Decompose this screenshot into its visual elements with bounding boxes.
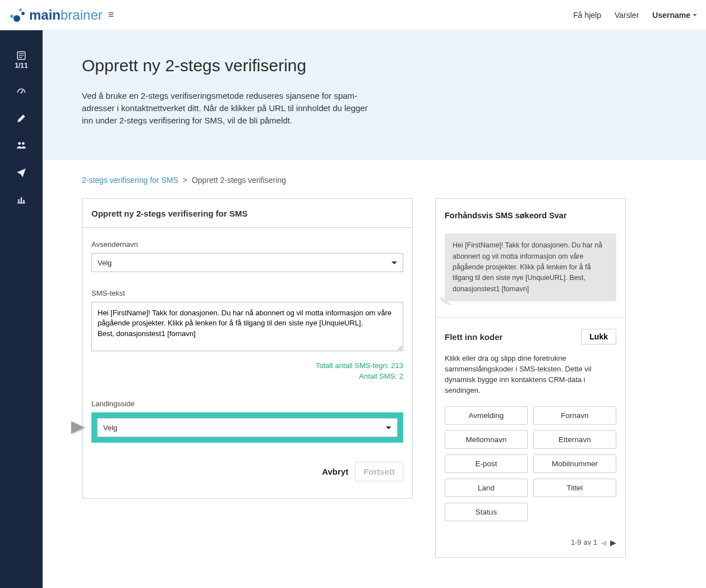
merge-code-status[interactable]: Status bbox=[445, 503, 528, 521]
username-label: Username bbox=[652, 11, 690, 20]
landing-select-value: Velg bbox=[103, 424, 117, 432]
merge-codes-title: Flett inn koder bbox=[445, 332, 502, 342]
svg-point-7 bbox=[22, 142, 25, 145]
users-icon bbox=[16, 140, 26, 150]
pencil-icon bbox=[16, 113, 26, 123]
hero: Opprett ny 2-stegs verifisering Ved å br… bbox=[43, 30, 706, 160]
svg-point-6 bbox=[18, 142, 21, 145]
pager-label: 1-9 av 1 bbox=[571, 538, 597, 546]
sidebar-send[interactable] bbox=[16, 167, 26, 177]
document-icon bbox=[16, 50, 26, 61]
landing-select[interactable]: Velg bbox=[97, 418, 398, 437]
sms-count: Antall SMS: 2 bbox=[91, 372, 403, 380]
gauge-icon bbox=[16, 86, 26, 97]
sidebar: 1/11 bbox=[0, 30, 43, 588]
continue-button[interactable]: Fortsett bbox=[355, 462, 403, 481]
svg-rect-11 bbox=[23, 200, 24, 203]
merge-code-mobilnummer[interactable]: Mobilnummer bbox=[533, 454, 616, 473]
landing-highlight: Velg bbox=[91, 412, 403, 443]
chevron-down-icon bbox=[386, 426, 391, 429]
form-panel: Opprett ny 2-stegs verifisering for SMS … bbox=[82, 198, 413, 499]
sender-label: Avsendernavn bbox=[91, 240, 403, 249]
chart-icon bbox=[16, 194, 26, 204]
sender-select-value: Velg bbox=[98, 259, 112, 267]
sidebar-step[interactable]: 1/11 bbox=[15, 50, 27, 70]
page-description: Ved å bruke en 2-stegs verifiseringsmeto… bbox=[82, 90, 379, 126]
chevron-down-icon bbox=[391, 261, 397, 264]
merge-code-avmelding[interactable]: Avmelding bbox=[445, 406, 528, 425]
logo[interactable]: mainbrainer bbox=[9, 7, 103, 23]
sidebar-chart[interactable] bbox=[16, 194, 26, 204]
cancel-button[interactable]: Avbryt bbox=[322, 467, 348, 476]
close-button[interactable]: Lukk bbox=[581, 329, 616, 344]
logo-wrap: mainbrainer ≡ bbox=[9, 7, 114, 23]
sidebar-edit[interactable] bbox=[16, 113, 26, 123]
merge-codes-grid: Avmelding Fornavn Mellomnavn Etternavn E… bbox=[445, 406, 616, 521]
merge-code-mellomnavn[interactable]: Mellomnavn bbox=[445, 430, 528, 449]
merge-code-epost[interactable]: E-post bbox=[445, 454, 528, 473]
preview-panel: Forhåndsvis SMS søkeord Svar Hei [FirstN… bbox=[435, 198, 626, 557]
char-counts: Totalt antall SMS-tegn: 213 Antall SMS: … bbox=[91, 361, 403, 380]
logo-dots-icon bbox=[9, 8, 26, 22]
preview-bubble-wrap: Hei [FirstName]! Takk for donasjonen. Du… bbox=[445, 233, 616, 301]
pointer-arrow-icon bbox=[71, 421, 85, 434]
menu-toggle-icon[interactable]: ≡ bbox=[108, 9, 114, 21]
user-menu[interactable]: Username bbox=[652, 11, 697, 20]
pager-next[interactable]: ▶ bbox=[610, 538, 616, 547]
topbar: mainbrainer ≡ Få hjelp Varsler Username bbox=[0, 0, 706, 30]
preview-title: Forhåndsvis SMS søkeord Svar bbox=[445, 211, 616, 220]
chevron-down-icon bbox=[693, 14, 697, 16]
landing-label: Landingsside bbox=[91, 399, 403, 408]
sms-text-input[interactable] bbox=[91, 302, 403, 351]
divider bbox=[436, 317, 625, 318]
sidebar-users[interactable] bbox=[16, 140, 26, 150]
pager-prev[interactable]: ◀ bbox=[601, 538, 607, 547]
breadcrumb: 2-stegs verifisering for SMS > Opprett 2… bbox=[82, 176, 672, 185]
page-title: Opprett ny 2-stegs verifisering bbox=[82, 56, 672, 75]
pager: 1-9 av 1 ◀ ▶ bbox=[445, 538, 616, 547]
breadcrumb-separator: > bbox=[183, 176, 187, 185]
sidebar-dashboard[interactable] bbox=[16, 86, 26, 97]
merge-codes-desc: Klikk eller dra og slipp dine foretrukne… bbox=[445, 353, 616, 396]
paper-plane-icon bbox=[16, 167, 26, 177]
merge-code-fornavn[interactable]: Fornavn bbox=[533, 406, 616, 425]
merge-code-land[interactable]: Land bbox=[445, 479, 528, 497]
help-link[interactable]: Få hjelp bbox=[573, 11, 601, 20]
merge-code-tittel[interactable]: Tittel bbox=[533, 479, 616, 497]
breadcrumb-current: Opprett 2-stegs verifisering bbox=[192, 176, 286, 185]
form-panel-title: Opprett ny 2-stegs verifisering for SMS bbox=[82, 199, 412, 228]
step-label: 1/11 bbox=[15, 62, 27, 70]
sms-text-label: SMS-tekst bbox=[91, 289, 403, 297]
total-chars: Totalt antall SMS-tegn: 213 bbox=[91, 361, 403, 370]
merge-code-etternavn[interactable]: Etternavn bbox=[533, 430, 616, 449]
logo-text: mainbrainer bbox=[29, 7, 103, 23]
breadcrumb-link[interactable]: 2-stegs verifisering for SMS bbox=[82, 176, 178, 185]
svg-rect-10 bbox=[21, 197, 22, 203]
alerts-link[interactable]: Varsler bbox=[615, 11, 639, 20]
sender-select[interactable]: Velg bbox=[91, 253, 403, 272]
svg-rect-9 bbox=[18, 199, 19, 203]
svg-line-5 bbox=[21, 90, 23, 93]
preview-bubble: Hei [FirstName]! Takk for donasjonen. Du… bbox=[445, 233, 616, 301]
